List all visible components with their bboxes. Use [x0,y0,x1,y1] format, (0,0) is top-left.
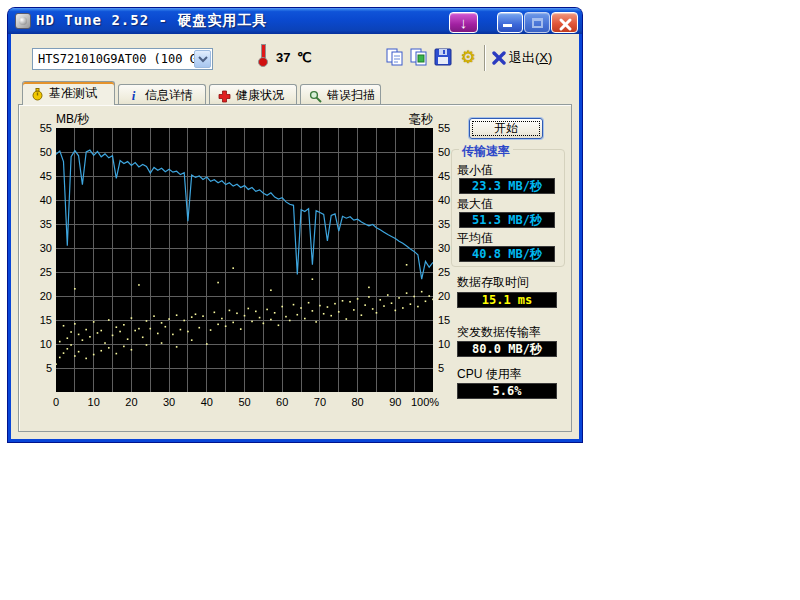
drive-select-value: HTS721010G9AT00 (100 GB) [38,52,211,66]
transfer-rate-group-title: 传输速率 [459,143,513,160]
tab-label: 错误扫描 [327,87,375,104]
axis-tick-label: 90 [389,396,401,408]
temperature-unit: ℃ [297,50,312,65]
axis-tick-label: 55 [26,122,52,134]
burst-rate-display: 80.0 MB/秒 [457,341,557,357]
axis-tick-label: 10 [88,396,100,408]
toolbar-separator [484,45,486,71]
exit-button[interactable]: 退出(X) [492,48,552,68]
options-button[interactable]: ⚙ [457,47,479,69]
axis-tick-label: 30 [163,396,175,408]
access-time-display: 15.1 ms [457,292,557,308]
save-icon [433,47,453,67]
save-button[interactable] [433,47,455,69]
exit-label: 退出(X) [509,49,552,67]
axis-tick-label: 30 [26,242,52,254]
chart-plot-area [56,128,433,392]
avg-value-display: 40.8 MB/秒 [459,246,555,262]
axis-tick-label: 50 [238,396,250,408]
axis-tick-label: 45 [26,170,52,182]
copy-button[interactable] [385,47,407,69]
app-window: HD Tune 2.52 - 硬盘实用工具 ↓ HTS721010G9AT00 … [8,8,582,442]
axis-tick-label: 20 [26,290,52,302]
axis-tick-label: 50 [26,146,52,158]
close-button[interactable] [551,12,578,33]
burst-rate-label: 突发数据传输率 [457,324,541,341]
minimize-icon [503,24,512,27]
copy-image-icon [409,47,429,67]
axis-tick-label: 35 [26,218,52,230]
axis-tick-label: 10 [26,338,52,350]
start-button[interactable]: 开始 [469,118,543,139]
drive-select[interactable]: HTS721010G9AT00 (100 GB) [32,48,213,70]
tab-benchmark[interactable]: 基准测试 [22,81,115,105]
tab-info[interactable]: i 信息详情 [118,84,206,105]
tab-label: 健康状况 [236,87,284,104]
tab-label: 基准测试 [49,85,97,102]
axis-tick-label: 25 [26,266,52,278]
axis-tick-label: 20 [125,396,137,408]
close-icon [558,17,573,32]
right-axis-title: 毫秒 [399,111,433,128]
axis-tick-label: 70 [314,396,326,408]
min-value-display: 23.3 MB/秒 [459,178,555,194]
app-icon [15,13,31,29]
gear-icon: ⚙ [457,47,479,69]
axis-tick-label: 100% [411,396,439,408]
tab-label: 信息详情 [145,87,193,104]
cpu-usage-label: CPU 使用率 [457,366,522,383]
access-time-label: 数据存取时间 [457,274,529,291]
maximize-button[interactable] [524,12,550,33]
max-value-display: 51.3 MB/秒 [459,212,555,228]
axis-tick-label: 55 [438,122,464,134]
copy-image-button[interactable] [409,47,431,69]
axis-tick-label: 5 [26,362,52,374]
axis-tick-label: 0 [53,396,59,408]
download-button[interactable]: ↓ [449,12,478,33]
axis-tick-label: 60 [276,396,288,408]
error-scan-icon [309,89,322,102]
temperature-value: 37 [276,50,290,65]
titlebar[interactable]: HD Tune 2.52 - 硬盘实用工具 ↓ [8,8,582,34]
benchmark-tab-page: MB/秒 毫秒 55555050454540403535303025252020… [18,104,572,432]
axis-tick-label: 40 [26,194,52,206]
window-title: HD Tune 2.52 - 硬盘实用工具 [36,12,267,30]
tab-health[interactable]: 健康状况 [209,84,297,105]
info-icon: i [127,89,140,102]
maximize-icon [532,18,543,28]
axis-tick-label: 80 [351,396,363,408]
thermometer-icon [258,44,268,68]
benchmark-chart [56,128,433,392]
left-axis-title: MB/秒 [56,111,89,128]
tab-error[interactable]: 错误扫描 [300,84,381,105]
dropdown-arrow-button[interactable] [194,50,211,68]
max-label: 最大值 [457,196,493,213]
cpu-usage-display: 5.6% [457,383,557,399]
benchmark-icon [31,87,44,100]
axis-tick-label: 40 [201,396,213,408]
minimize-button[interactable] [497,12,523,33]
exit-x-icon [492,51,506,65]
axis-tick-label: 15 [26,314,52,326]
chevron-down-icon [198,56,208,63]
health-icon [218,89,231,102]
down-arrow-icon: ↓ [450,13,477,32]
copy-icon [385,47,405,67]
avg-label: 平均值 [457,230,493,247]
window-body: HTS721010G9AT00 (100 GB) 37 ℃ [8,34,582,442]
min-label: 最小值 [457,162,493,179]
